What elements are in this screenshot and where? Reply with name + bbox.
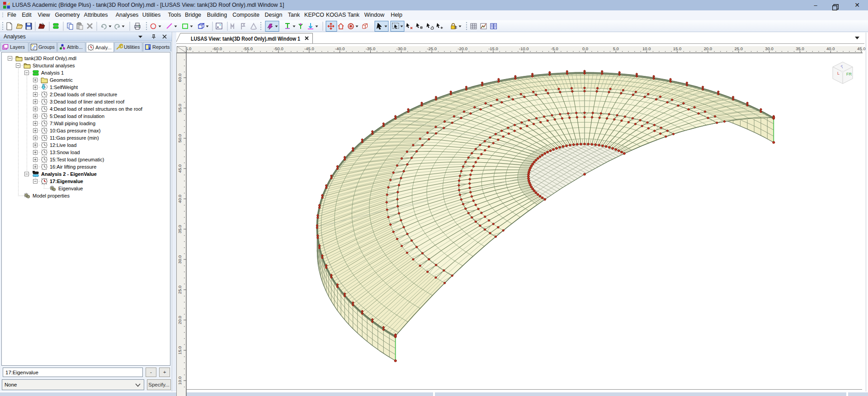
svg-text:12:Live load: 12:Live load (50, 142, 76, 148)
svg-text:-50.0: -50.0 (274, 46, 283, 51)
svg-text:Geometric: Geometric (50, 77, 73, 83)
svg-text:-55.0: -55.0 (243, 46, 253, 51)
svg-text:10.0: 10.0 (177, 377, 182, 385)
svg-text:30.0: 30.0 (177, 255, 182, 264)
svg-text:-40.0: -40.0 (335, 46, 345, 51)
svg-text:-30.0: -30.0 (396, 46, 406, 51)
svg-text:1:SelfWeight: 1:SelfWeight (50, 85, 78, 90)
svg-text:25.0: 25.0 (735, 46, 743, 51)
svg-text:16:Air lifting pressure: 16:Air lifting pressure (50, 164, 96, 170)
svg-text:15:Test load (pneumatic): 15:Test load (pneumatic) (50, 157, 104, 162)
svg-text:45.0: 45.0 (857, 46, 866, 51)
svg-text:-45.0: -45.0 (304, 46, 314, 51)
svg-text:-25.0: -25.0 (427, 46, 437, 51)
svg-text:30.0: 30.0 (765, 46, 774, 51)
svg-text:Model properties: Model properties (33, 193, 70, 198)
svg-text:10.0: 10.0 (642, 46, 651, 51)
svg-text:13:Snow load: 13:Snow load (50, 150, 80, 155)
svg-text:Eigenvalue: Eigenvalue (58, 186, 83, 191)
svg-text:7:Wall piping loading: 7:Wall piping loading (50, 121, 95, 126)
svg-text:4:Dead load of steel structure: 4:Dead load of steel structures on the r… (50, 106, 143, 112)
svg-text:15.0: 15.0 (177, 346, 182, 355)
svg-text:60.0: 60.0 (177, 74, 182, 82)
svg-text:FR: FR (846, 72, 852, 76)
svg-text:-10.0: -10.0 (519, 46, 529, 51)
svg-text:3:Dead load of liner and steel: 3:Dead load of liner and steel roof (50, 99, 125, 104)
svg-text:55.0: 55.0 (177, 104, 182, 113)
svg-text:2:Dead loads of steel structur: 2:Dead loads of steel structure (50, 92, 117, 97)
svg-text:35.0: 35.0 (177, 225, 182, 234)
svg-text:-35.0: -35.0 (366, 46, 376, 51)
svg-text:Analysis 2 - EigenValue: Analysis 2 - EigenValue (41, 171, 97, 177)
svg-text:-5.0: -5.0 (551, 46, 558, 51)
svg-text:11:Gas pressure (min): 11:Gas pressure (min) (50, 135, 99, 141)
svg-text:-60.0: -60.0 (212, 46, 222, 51)
svg-text:-15.0: -15.0 (488, 46, 498, 51)
svg-text:15.0: 15.0 (673, 46, 682, 51)
svg-text:10:Gas pressure (max): 10:Gas pressure (max) (50, 128, 100, 133)
svg-text:50.0: 50.0 (177, 134, 182, 143)
svg-text:0.0: 0.0 (582, 46, 588, 51)
svg-text:25.0: 25.0 (177, 286, 182, 294)
svg-text:40.0: 40.0 (826, 46, 835, 51)
svg-text:20.0: 20.0 (704, 46, 712, 51)
svg-text:20.0: 20.0 (177, 316, 182, 325)
svg-text:35.0: 35.0 (796, 46, 804, 51)
svg-text:17:Eigenvalue: 17:Eigenvalue (50, 179, 83, 184)
svg-text:Analysis 1: Analysis 1 (41, 70, 64, 75)
svg-text:5:Dead load of insulation: 5:Dead load of insulation (50, 113, 104, 119)
svg-text:L: L (837, 71, 840, 75)
svg-text:-20.0: -20.0 (458, 46, 467, 51)
svg-text:Structural analyses: Structural analyses (33, 63, 75, 68)
svg-text:5.0: 5.0 (613, 46, 619, 51)
svg-text:45.0: 45.0 (177, 165, 182, 173)
svg-text:tank(3D Roof Only).mdl: tank(3D Roof Only).mdl (24, 56, 76, 61)
svg-text:40.0: 40.0 (177, 195, 182, 203)
